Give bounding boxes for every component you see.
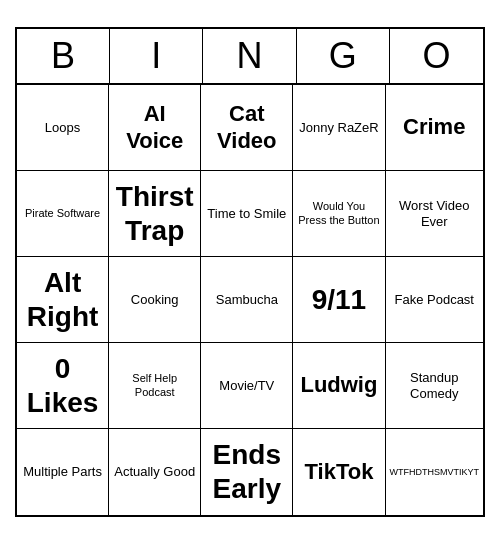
bingo-cell: WTFHDTHSMVTIKYT [386, 429, 484, 515]
bingo-cell: AI Voice [109, 85, 201, 171]
bingo-card: BINGO LoopsAI VoiceCat VideoJonny RaZeRC… [15, 27, 485, 517]
bingo-cell: Ends Early [201, 429, 293, 515]
bingo-cell: Would You Press the Button [293, 171, 385, 257]
bingo-cell: Actually Good [109, 429, 201, 515]
bingo-cell: Ludwig [293, 343, 385, 429]
header-letter: N [203, 29, 296, 83]
bingo-cell: Loops [17, 85, 109, 171]
bingo-grid: LoopsAI VoiceCat VideoJonny RaZeRCrimePi… [17, 85, 483, 515]
bingo-cell: 9/11 [293, 257, 385, 343]
header-letter: G [297, 29, 390, 83]
bingo-cell: Standup Comedy [386, 343, 484, 429]
bingo-header: BINGO [17, 29, 483, 85]
bingo-cell: Worst Video Ever [386, 171, 484, 257]
bingo-cell: Alt Right [17, 257, 109, 343]
header-letter: B [17, 29, 110, 83]
bingo-cell: TikTok [293, 429, 385, 515]
header-letter: O [390, 29, 483, 83]
bingo-cell: Sambucha [201, 257, 293, 343]
bingo-cell: Jonny RaZeR [293, 85, 385, 171]
bingo-cell: Crime [386, 85, 484, 171]
bingo-cell: Time to Smile [201, 171, 293, 257]
bingo-cell: Cooking [109, 257, 201, 343]
bingo-cell: Multiple Parts [17, 429, 109, 515]
bingo-cell: Self Help Podcast [109, 343, 201, 429]
bingo-cell: Pirate Software [17, 171, 109, 257]
bingo-cell: 0 Likes [17, 343, 109, 429]
bingo-cell: Movie/TV [201, 343, 293, 429]
header-letter: I [110, 29, 203, 83]
bingo-cell: Cat Video [201, 85, 293, 171]
bingo-cell: Thirst Trap [109, 171, 201, 257]
bingo-cell: Fake Podcast [386, 257, 484, 343]
